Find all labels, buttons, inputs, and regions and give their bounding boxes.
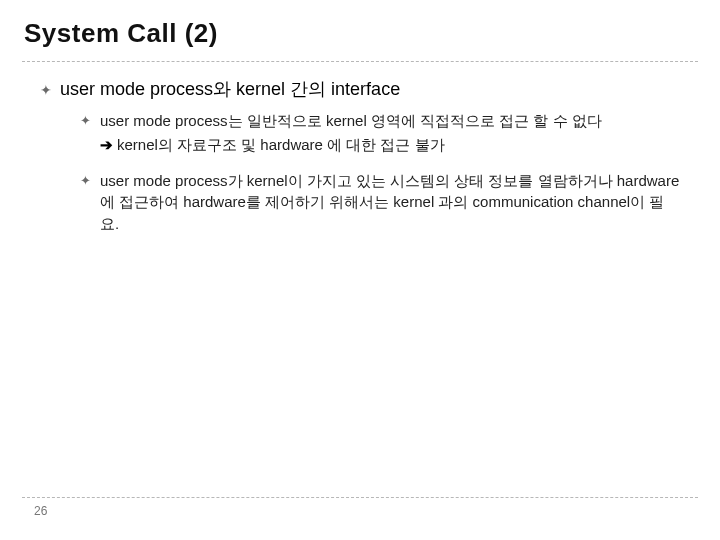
bullet-level1-text: user mode process와 kernel 간의 interface <box>60 79 400 99</box>
slide: System Call (2) ✦ user mode process와 ker… <box>0 0 720 540</box>
footer-divider <box>22 497 698 498</box>
slide-body: ✦ user mode process와 kernel 간의 interface… <box>0 62 720 235</box>
page-number: 26 <box>22 504 698 518</box>
bullet-icon: ✦ <box>80 112 91 131</box>
bullet-level1: ✦ user mode process와 kernel 간의 interface… <box>40 76 680 235</box>
arrow-line: ➔kernel의 자료구조 및 hardware 에 대한 접근 불가 <box>100 134 680 156</box>
arrow-icon: ➔ <box>100 136 113 153</box>
bullet-icon: ✦ <box>40 80 52 100</box>
bullet-level2-text: user mode process는 일반적으로 kernel 영역에 직접적으… <box>100 110 680 132</box>
title-block: System Call (2) <box>0 0 720 55</box>
sub-list: ✦ user mode process는 일반적으로 kernel 영역에 직접… <box>60 110 680 235</box>
arrow-line-text: kernel의 자료구조 및 hardware 에 대한 접근 불가 <box>117 136 445 153</box>
bullet-level2: ✦ user mode process가 kernel이 가지고 있는 시스템의… <box>80 170 680 235</box>
bullet-level2-text: user mode process가 kernel이 가지고 있는 시스템의 상… <box>100 170 680 235</box>
slide-footer: 26 <box>22 497 698 518</box>
bullet-level2: ✦ user mode process는 일반적으로 kernel 영역에 직접… <box>80 110 680 156</box>
bullet-icon: ✦ <box>80 172 91 191</box>
slide-title: System Call (2) <box>24 18 720 49</box>
